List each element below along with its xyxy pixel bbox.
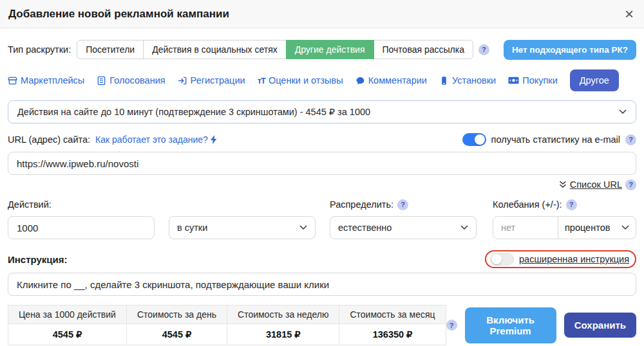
tariff-select[interactable]: Действия на сайте до 10 минут (подтвержд… <box>8 100 636 123</box>
phone-icon <box>439 76 449 86</box>
instruction-label: Инструкция: <box>8 254 68 265</box>
double-chevron-down-icon <box>559 181 567 188</box>
category-purchases[interactable]: Покупки <box>508 75 558 86</box>
category-label: Регистрации <box>191 75 245 86</box>
pricing-table: Цена за 1000 действий Стоимость за день … <box>8 305 446 345</box>
fluctuation-unit-select[interactable]: процентов <box>558 217 636 239</box>
url-list-link[interactable]: Список URL <box>570 179 622 190</box>
tab-email-campaign[interactable]: Почтовая рассылка <box>374 40 473 59</box>
modal-header: Добавление новой рекламной кампании × <box>0 0 644 28</box>
category-registrations[interactable]: Регистрации <box>178 75 245 86</box>
storefront-icon <box>8 76 17 86</box>
help-icon[interactable]: ? <box>478 44 489 55</box>
instruction-header: Инструкция: расширенная инструкция <box>8 251 636 268</box>
help-icon[interactable]: ? <box>566 199 577 210</box>
lightning-bolt-icon <box>211 135 217 144</box>
help-icon[interactable]: ? <box>625 134 636 145</box>
category-marketplaces[interactable]: Маркетплейсы <box>8 75 84 86</box>
chevron-down-icon <box>619 109 627 114</box>
chevron-down-icon <box>621 225 629 230</box>
url-section-header: URL (адрес) сайта: Как работает это зада… <box>8 132 636 147</box>
banknote-icon <box>508 77 519 84</box>
distribute-select[interactable]: естественно <box>330 216 477 239</box>
pricing-value: 4545 ₽ <box>126 324 227 345</box>
category-ratings[interactable]: тТ Оценки и отзывы <box>258 75 343 86</box>
category-label: Покупки <box>522 75 558 86</box>
help-icon[interactable]: ? <box>397 199 408 210</box>
footer-actions: ? Включить Premium Сохранить <box>446 307 636 343</box>
red-annotation-circle: расширенная инструкция <box>485 250 636 268</box>
period-selected-value: в сутки <box>177 223 207 233</box>
save-button[interactable]: Сохранить <box>564 313 636 338</box>
toggle-knob <box>475 134 485 145</box>
period-select[interactable]: в сутки <box>169 216 316 239</box>
category-label: Голосования <box>109 75 165 86</box>
distribute-selected-value: естественно <box>338 223 392 233</box>
toggle-knob <box>491 254 502 264</box>
category-votes[interactable]: Голосования <box>97 75 165 86</box>
tab-visitors[interactable]: Посетители <box>77 40 144 59</box>
ballot-icon <box>97 76 106 86</box>
no-matching-type-button[interactable]: Нет подходящего типа РК? <box>504 40 636 60</box>
chevron-down-icon <box>460 225 468 230</box>
category-label: Комментарии <box>368 75 427 86</box>
help-icon[interactable]: ? <box>625 179 636 190</box>
url-label: URL (адрес) сайта: <box>8 134 90 145</box>
extended-instruction-label[interactable]: расширенная инструкция <box>519 254 629 264</box>
site-url-input[interactable] <box>8 152 636 175</box>
pricing-value: 136350 ₽ <box>339 324 446 345</box>
pricing-header: Стоимость за неделю <box>227 305 339 324</box>
pricing-value: 4545 ₽ <box>8 324 127 345</box>
pricing-value: 31815 ₽ <box>227 324 339 345</box>
bottom-row: Цена за 1000 действий Стоимость за день … <box>8 305 636 345</box>
instruction-input[interactable] <box>8 273 636 296</box>
category-label: Другое <box>580 75 609 86</box>
fluctuation-input[interactable] <box>493 217 558 239</box>
page-title: Добавление новой рекламной кампании <box>8 8 229 21</box>
pricing-header: Цена за 1000 действий <box>8 305 127 324</box>
email-stats-label: получать статистику на e-mail <box>491 134 620 145</box>
url-list-row: Список URL ? <box>8 179 636 190</box>
fluctuation-unit-value: процентов <box>565 223 610 233</box>
fluctuation-label: Колебания (+/-): <box>493 199 562 210</box>
text-size-icon: тТ <box>258 76 265 86</box>
extended-instruction-toggle[interactable] <box>490 253 514 266</box>
actions-settings-row: Действий: в сутки Распределить: ? естест… <box>8 198 636 239</box>
comment-icon <box>355 76 365 86</box>
fluctuation-label-row: Колебания (+/-): ? <box>493 198 636 211</box>
tab-other-actions[interactable]: Другие действия <box>286 40 374 59</box>
category-label: Оценки и отзывы <box>269 75 343 86</box>
pricing-header: Стоимость за день <box>126 305 227 324</box>
category-comments[interactable]: Комментарии <box>355 75 427 86</box>
email-stats-toggle[interactable] <box>462 133 486 146</box>
category-installs[interactable]: Установки <box>439 75 496 86</box>
pricing-header: Стоимость за месяц <box>339 305 446 324</box>
help-icon[interactable]: ? <box>446 320 457 331</box>
promo-type-row: Тип раскрутки: Посетители Действия в соц… <box>8 40 636 59</box>
distribute-label: Распределить: <box>330 199 393 210</box>
chevron-down-icon <box>299 225 307 230</box>
promo-type-tabs: Посетители Действия в социальных сетях Д… <box>77 40 473 59</box>
promo-type-label: Тип раскрутки: <box>8 44 71 55</box>
fluctuation-combo: процентов <box>493 216 636 239</box>
category-other[interactable]: Другое <box>570 69 619 91</box>
actions-count-input[interactable] <box>8 216 155 239</box>
email-stats-group: получать статистику на e-mail ? <box>462 133 636 146</box>
tab-social-actions[interactable]: Действия в социальных сетях <box>143 40 287 59</box>
close-icon[interactable]: × <box>625 6 634 22</box>
how-it-works-link[interactable]: Как работает это задание? <box>95 134 208 145</box>
category-label: Маркетплейсы <box>21 75 84 86</box>
tariff-selected-value: Действия на сайте до 10 минут (подтвержд… <box>17 107 370 117</box>
category-tabs: Маркетплейсы Голосования Регистрации тТ … <box>8 69 636 92</box>
enable-premium-button[interactable]: Включить Premium <box>465 307 556 343</box>
distribute-label-row: Распределить: ? <box>330 198 477 211</box>
actions-count-label: Действий: <box>8 198 155 211</box>
category-label: Установки <box>452 75 496 86</box>
sign-in-icon <box>178 76 187 86</box>
